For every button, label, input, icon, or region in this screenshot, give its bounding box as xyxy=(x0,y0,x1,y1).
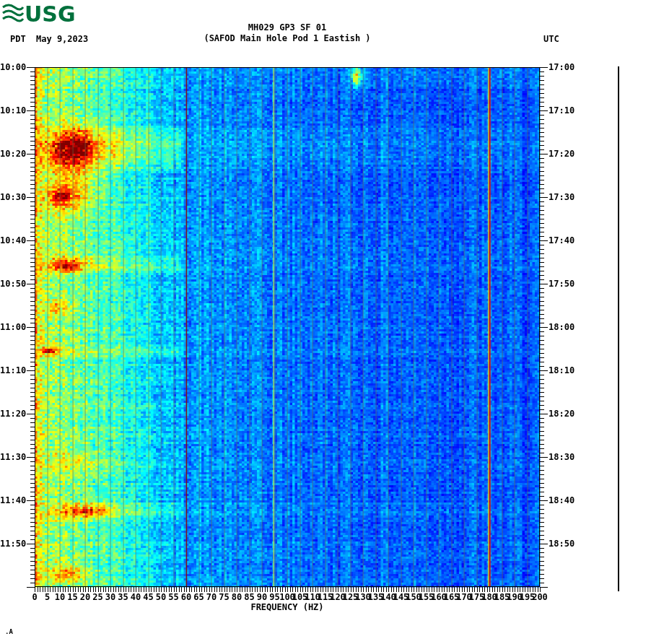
y-axis-label-utc: 18:00 xyxy=(549,322,574,332)
y-axis-label-pdt: 10:40 xyxy=(0,235,26,245)
y-axis-label-pdt: 11:40 xyxy=(0,495,26,505)
y-axis-label-utc: 17:10 xyxy=(549,105,574,116)
y-axis-label-pdt: 11:20 xyxy=(0,409,26,419)
y-axis-label-pdt: 10:30 xyxy=(0,192,26,202)
spectrogram-page: USGS MH029 GP3 SF 01 (SAFOD Main Hole Po… xyxy=(0,0,651,644)
y-axis-label-utc: 17:30 xyxy=(549,192,574,202)
y-axis-label-utc: 17:20 xyxy=(549,149,574,159)
y-axis-label-pdt: 10:50 xyxy=(0,279,26,289)
x-axis-label: 200 xyxy=(528,592,552,602)
y-axis-label-pdt: 11:30 xyxy=(0,452,26,462)
y-axis-label-utc: 17:50 xyxy=(549,279,574,289)
y-axis-label-pdt: 11:50 xyxy=(0,539,26,549)
axis-labels-layer: 10:0010:1010:2010:3010:4010:5011:0011:10… xyxy=(0,0,651,644)
y-axis-label-pdt: 10:10 xyxy=(0,105,26,116)
y-axis-label-pdt: 10:20 xyxy=(0,149,26,159)
y-axis-label-pdt: 10:00 xyxy=(0,62,26,72)
y-axis-label-utc: 17:40 xyxy=(549,235,574,245)
y-axis-label-utc: 18:40 xyxy=(549,495,574,505)
y-axis-label-utc: 18:30 xyxy=(549,452,574,462)
y-axis-label-utc: 17:00 xyxy=(549,62,574,72)
footer-mark: .A xyxy=(5,628,13,635)
y-axis-label-utc: 18:50 xyxy=(549,539,574,549)
y-axis-label-utc: 18:10 xyxy=(549,365,574,375)
y-axis-label-pdt: 11:10 xyxy=(0,365,26,375)
y-axis-label-utc: 18:20 xyxy=(549,409,574,419)
y-axis-label-pdt: 11:00 xyxy=(0,322,26,332)
